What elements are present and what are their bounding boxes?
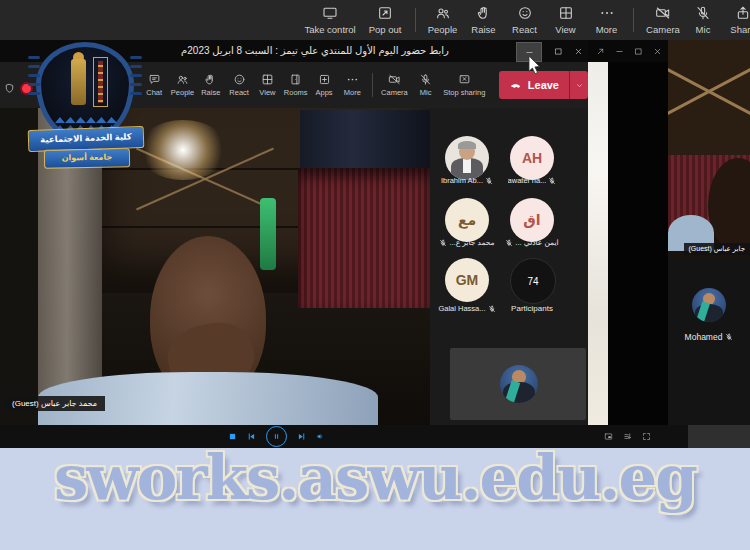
avatar[interactable] (445, 136, 489, 180)
rooms-door-icon (289, 73, 302, 86)
pin-icon[interactable] (591, 43, 609, 59)
faculty-logo: كلية الخدمة الاجتماعية جامعة أسوان (28, 40, 146, 172)
react-button[interactable]: React (225, 73, 253, 97)
people-button[interactable]: People (168, 73, 196, 97)
shield-icon (4, 83, 15, 94)
react-smiley-icon (517, 5, 533, 21)
stop-playback-icon[interactable] (228, 432, 237, 441)
video-cabinet-backdrop (668, 40, 750, 155)
react-button[interactable]: React (504, 0, 545, 40)
stop-sharing-button[interactable]: Stop sharing (440, 73, 489, 97)
maximize-icon[interactable] (629, 43, 647, 59)
avatar (500, 365, 538, 403)
camera-off-icon (388, 73, 401, 86)
video-light-flare (138, 120, 228, 180)
mic-off-icon (695, 5, 711, 21)
mic-off-icon (439, 239, 447, 247)
avatar[interactable]: اق (510, 198, 554, 242)
view-grid-icon (261, 73, 274, 86)
more-ellipsis-icon (599, 5, 615, 21)
minimize-icon[interactable] (610, 43, 628, 59)
university-banner: جامعة أسوان (44, 148, 130, 168)
video-cabinet-stripes (298, 168, 430, 308)
more-ellipsis-icon (346, 73, 359, 86)
mic-off-icon (488, 305, 496, 313)
camera-off-icon (655, 5, 671, 21)
take-control-button[interactable]: Take control (299, 0, 361, 40)
pop-out-button[interactable]: Pop out (361, 0, 409, 40)
chat-icon (148, 73, 161, 86)
mouse-cursor (528, 55, 542, 75)
close-button[interactable] (566, 42, 590, 60)
watermark-text: sworks.aswu.edu.eg (0, 448, 750, 513)
outer-meeting-toolbar: Take control Pop out People Raise React (0, 0, 750, 43)
mic-off-icon (505, 239, 513, 247)
previous-track-icon[interactable] (247, 432, 256, 441)
raise-hand-icon (476, 5, 492, 21)
participants-count-label: Participants (511, 304, 553, 313)
apps-plus-icon (318, 73, 331, 86)
background-participant-panel: Mohamed (668, 258, 750, 425)
participant-name: ايمن عادلي ... (515, 238, 558, 247)
background-window-area (608, 62, 668, 425)
people-icon (435, 5, 451, 21)
playbar-shade (688, 425, 750, 448)
volume-icon[interactable] (316, 432, 325, 441)
react-smiley-icon (233, 73, 246, 86)
participant-name: Galal Hassa... (438, 304, 485, 313)
speaker-name-tag: محمد جابر عباس (Guest) (4, 396, 105, 411)
toolbar-divider (415, 8, 416, 32)
background-video-name-tag: جابر عباس (Guest) (684, 243, 750, 255)
apps-button[interactable]: Apps (310, 73, 338, 97)
people-button[interactable]: People (422, 0, 463, 40)
video-shelf-books (300, 110, 430, 168)
raise-hand-button[interactable]: Raise (197, 73, 225, 97)
participants-panel: Ibrahim Ab... AH awatef ha... مع محمد جا… (430, 108, 588, 425)
share-icon (735, 5, 750, 21)
avatar[interactable] (692, 288, 726, 322)
screen: Take control Pop out People Raise React (0, 0, 750, 550)
share-button[interactable]: Share (720, 0, 750, 40)
view-button[interactable]: View (253, 73, 281, 97)
watermark-band: sworks.aswu.edu.eg (0, 448, 750, 550)
avatar[interactable]: GM (445, 258, 489, 302)
more-button[interactable]: More (586, 0, 627, 40)
camera-button[interactable]: Camera (640, 0, 686, 40)
view-button[interactable]: View (545, 0, 586, 40)
avatar[interactable]: مع (445, 198, 489, 242)
leave-options-chevron[interactable] (570, 81, 588, 90)
avatar[interactable]: AH (510, 136, 554, 180)
participant-name: awatef ha... (508, 176, 547, 185)
mic-off-icon (548, 177, 556, 185)
self-view-tile[interactable] (450, 348, 586, 420)
pause-icon[interactable] (266, 426, 287, 447)
toolbar-divider (633, 8, 634, 32)
background-window-titlebar (588, 40, 668, 62)
fullscreen-icon[interactable] (642, 432, 651, 441)
pop-out-icon (377, 5, 393, 21)
participant-name: محمد جابر ع... (449, 238, 494, 247)
hang-up-icon (509, 79, 522, 92)
mic-off-icon (485, 177, 493, 185)
next-track-icon[interactable] (297, 432, 306, 441)
screen-control-icon (322, 5, 338, 21)
people-icon (176, 73, 189, 86)
more-button[interactable]: More (338, 73, 366, 97)
mic-button[interactable]: Mic (411, 73, 439, 97)
raise-hand-icon (204, 73, 217, 86)
participant-name: Mohamed (685, 332, 723, 342)
participant-name: Ibrahim Ab... (441, 176, 483, 185)
participants-count-badge[interactable]: 74 (510, 258, 556, 304)
mic-button[interactable]: Mic (686, 0, 720, 40)
playlist-icon[interactable] (623, 432, 632, 441)
leave-button[interactable]: Leave (499, 71, 588, 99)
camera-button[interactable]: Camera (377, 73, 411, 97)
background-video-tile: جابر عباس (Guest) Mohamed (668, 40, 750, 425)
view-grid-icon (558, 5, 574, 21)
recording-playback-bar (0, 425, 750, 448)
rooms-button[interactable]: Rooms (282, 73, 310, 97)
picture-in-picture-icon[interactable] (604, 432, 613, 441)
close-icon[interactable] (648, 43, 666, 59)
window-title: رابط حضور اليوم الأول للمنتدي علي تيمز :… (120, 40, 510, 62)
raise-hand-button[interactable]: Raise (463, 0, 504, 40)
